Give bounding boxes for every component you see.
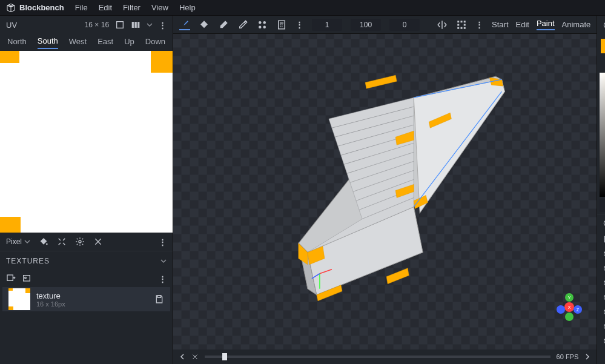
eraser-tool-icon[interactable] — [218, 19, 229, 30]
import-texture-icon[interactable] — [22, 274, 31, 283]
face-east[interactable]: East — [98, 37, 113, 48]
brush-size[interactable]: 1 — [312, 19, 342, 31]
svg-point-4 — [46, 243, 48, 245]
color-field[interactable] — [600, 73, 605, 197]
mirror-icon[interactable] — [437, 19, 448, 30]
face-north[interactable]: North — [7, 37, 27, 48]
outliner-item[interactable]: cube — [597, 261, 605, 276]
svg-point-13 — [263, 25, 266, 28]
chevron-right-icon[interactable] — [584, 354, 590, 360]
svg-marker-39 — [365, 75, 397, 88]
svg-rect-17 — [464, 21, 466, 22]
svg-point-56 — [565, 313, 574, 321]
menu-edit[interactable]: Edit — [99, 3, 112, 12]
uv-region — [151, 51, 173, 73]
hue-input[interactable]: 41 — [600, 199, 605, 212]
chevron-down-icon[interactable] — [160, 258, 167, 264]
tools-menu-icon[interactable]: ⋮ — [296, 20, 303, 29]
outliner-item[interactable]: cube — [597, 319, 605, 334]
close-icon[interactable] — [191, 353, 199, 360]
texture-thumbnail — [8, 288, 30, 310]
eyedropper-tool-icon[interactable] — [237, 19, 248, 30]
uv-label: UV — [6, 21, 17, 30]
columns-icon[interactable] — [131, 20, 141, 30]
expand-icon[interactable] — [57, 237, 67, 247]
bucket-icon[interactable] — [39, 237, 48, 247]
view-menu-icon[interactable]: ⋮ — [475, 20, 483, 29]
svg-text:X: X — [568, 305, 571, 309]
menu-help[interactable]: Help — [179, 3, 196, 12]
save-texture-icon[interactable] — [154, 294, 164, 304]
svg-point-11 — [263, 21, 266, 24]
chevron-down-icon[interactable] — [147, 22, 153, 28]
texture-size: 16 x 16px — [36, 300, 148, 308]
svg-rect-6 — [7, 275, 13, 280]
mode-start[interactable]: Start — [492, 20, 508, 29]
brush-softness[interactable]: 0 — [389, 19, 420, 31]
axis-gizmo[interactable]: Y Z X — [551, 289, 587, 325]
menu-file[interactable]: File — [75, 3, 88, 12]
mode-edit[interactable]: Edit — [516, 20, 529, 29]
outliner-list: cubecubecubecubecubecubecube — [597, 247, 605, 364]
uv-dimensions: 16 × 16 — [85, 21, 109, 29]
gear-icon[interactable] — [75, 237, 85, 247]
add-texture-icon[interactable] — [6, 274, 16, 283]
textures-title: TEXTURES — [6, 257, 50, 265]
color-swatch[interactable] — [601, 39, 605, 53]
svg-rect-22 — [464, 27, 466, 28]
close-icon[interactable] — [93, 237, 103, 247]
viewport-3d[interactable]: Y Z X — [173, 34, 597, 349]
brush-opacity[interactable]: 100 — [351, 19, 381, 31]
center-panel: ⋮ 1 100 0 ⋮ Start Edit Paint Animate — [173, 16, 597, 364]
model-render — [173, 34, 597, 349]
svg-point-8 — [25, 277, 27, 279]
svg-rect-16 — [461, 21, 463, 22]
fullscreen-icon[interactable] — [115, 20, 125, 30]
outliner-item[interactable]: cube — [597, 247, 605, 261]
uv-region — [0, 217, 21, 233]
svg-rect-3 — [137, 22, 139, 27]
shape-tool-icon[interactable] — [257, 19, 268, 30]
texture-name: texture — [36, 291, 148, 300]
outliner-item[interactable]: cube — [597, 305, 605, 319]
viewport-bottom: 60 FPS — [173, 349, 597, 364]
texture-item[interactable]: texture 16 x 16px — [2, 287, 170, 311]
svg-marker-44 — [386, 268, 409, 284]
svg-rect-18 — [457, 24, 459, 25]
svg-point-10 — [259, 21, 262, 24]
uv-region — [0, 51, 19, 63]
calculator-icon[interactable] — [276, 19, 287, 30]
brush-tool-icon[interactable] — [179, 19, 190, 30]
face-down[interactable]: Down — [145, 37, 165, 48]
menu-view[interactable]: View — [151, 3, 168, 12]
pixel-mode[interactable]: Pixel — [6, 237, 30, 246]
face-west[interactable]: West — [69, 37, 87, 48]
timeline-slider[interactable] — [205, 356, 550, 358]
svg-rect-20 — [457, 27, 459, 28]
chevron-left-icon[interactable] — [179, 354, 185, 360]
svg-rect-9 — [157, 296, 160, 297]
uv-canvas[interactable] — [0, 51, 173, 233]
mode-paint[interactable]: Paint — [537, 19, 555, 30]
app-logo: Blockbench — [6, 3, 64, 13]
uv-menu-icon[interactable]: ⋮ — [159, 21, 167, 30]
svg-rect-15 — [457, 21, 459, 22]
grid-icon[interactable] — [456, 19, 467, 30]
menu-filter[interactable]: Filter — [123, 3, 141, 12]
fps-display: 60 FPS — [557, 353, 579, 360]
mode-animate[interactable]: Animate — [562, 20, 591, 29]
face-south[interactable]: South — [38, 36, 58, 49]
fill-tool-icon[interactable] — [199, 19, 210, 30]
uv-tools-menu-icon[interactable]: ⋮ — [159, 237, 167, 247]
textures-menu-icon[interactable]: ⋮ — [159, 274, 167, 283]
viewport-toolbar: ⋮ 1 100 0 ⋮ Start Edit Paint Animate — [173, 16, 597, 34]
app-name: Blockbench — [19, 3, 64, 12]
outliner-item[interactable]: cube — [597, 290, 605, 305]
outliner-item[interactable]: cube — [597, 276, 605, 290]
face-tabs: North South West East Up Down — [0, 34, 173, 51]
svg-text:Z: Z — [577, 308, 580, 312]
face-up[interactable]: Up — [124, 37, 134, 48]
svg-rect-1 — [132, 22, 134, 27]
outliner-item[interactable]: cube — [597, 334, 605, 348]
left-panel: UV 16 × 16 ⋮ North South West East Up Do… — [0, 16, 173, 364]
